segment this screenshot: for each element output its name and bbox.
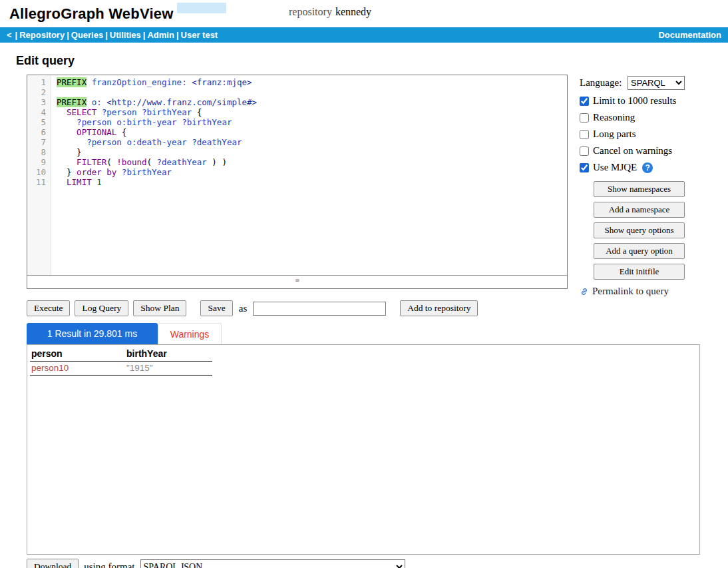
line-number: 10: [27, 167, 51, 177]
tab-results[interactable]: 1 Result in 29.801 ms: [27, 323, 158, 344]
checkbox-row-reasoning[interactable]: Reasoning: [580, 112, 685, 123]
download-row: Download using format SPARQL JSON: [27, 559, 728, 568]
nav-documentation-link[interactable]: Documentation: [658, 30, 721, 40]
main-row: 1PREFIX franzOption_engine: <franz:mjqe>…: [27, 75, 728, 297]
language-row: Language: SPARQL: [580, 76, 685, 90]
nav-back-chevron[interactable]: <: [7, 30, 12, 40]
code-line: 11 LIMIT 1: [27, 177, 567, 187]
line-number: 9: [27, 157, 51, 167]
nav-item-utilities[interactable]: Utilities: [110, 30, 141, 40]
code-line-content: LIMIT 1: [51, 177, 102, 187]
code-line: 8 }: [27, 147, 567, 157]
show-query-options-button[interactable]: Show query options: [594, 222, 685, 238]
download-button[interactable]: Download: [27, 559, 79, 568]
code-line-content: [51, 87, 57, 97]
save-name-input[interactable]: [253, 302, 386, 316]
repository-name: kennedy: [335, 6, 371, 17]
checkbox-long-parts[interactable]: [580, 130, 589, 139]
edit-initfile-button[interactable]: Edit initfile: [594, 264, 685, 280]
results-tabs: 1 Result in 29.801 ms Warnings: [27, 323, 728, 344]
editor-resize-handle[interactable]: ≡: [27, 276, 567, 288]
line-number: 5: [27, 117, 51, 127]
checkbox-use-mjqe[interactable]: [580, 163, 589, 172]
checkbox-label: Long parts: [593, 129, 636, 140]
download-format-label: using format: [84, 561, 134, 568]
nav-separator: |: [105, 30, 108, 40]
code-line: 2: [27, 87, 567, 97]
checkbox-row-limit-to-1000-results[interactable]: Limit to 1000 results: [580, 95, 685, 107]
execute-button[interactable]: Execute: [27, 300, 70, 316]
nav-separator: |: [67, 30, 69, 40]
checkbox-cancel-on-warnings[interactable]: [580, 146, 589, 156]
checkbox-row-long-parts[interactable]: Long parts: [580, 129, 685, 140]
code-line-content: SELECT ?person ?birthYear {: [51, 107, 202, 117]
nav-separator: |: [176, 30, 179, 40]
line-number: 3: [27, 97, 51, 107]
nav-separator: |: [15, 30, 18, 40]
code-line-content: PREFIX o: <http://www.franz.com/simple#>: [51, 97, 257, 107]
app-root: AllegroGraph WebView repositorykennedy <…: [0, 0, 728, 568]
checkbox-label: Use MJQE: [593, 162, 637, 173]
code-line: 5 ?person o:birth-year ?birthYear: [27, 117, 567, 127]
code-line: 3PREFIX o: <http://www.franz.com/simple#…: [27, 97, 567, 107]
nav-item-queries[interactable]: Queries: [71, 30, 103, 40]
line-number: 2: [27, 87, 51, 97]
code-area[interactable]: 1PREFIX franzOption_engine: <franz:mjqe>…: [27, 75, 567, 276]
code-line-content: }: [51, 147, 82, 157]
results-column-birthyear[interactable]: birthYear: [125, 347, 212, 362]
show-plan-button[interactable]: Show Plan: [133, 300, 186, 316]
query-editor[interactable]: 1PREFIX franzOption_engine: <franz:mjqe>…: [27, 75, 568, 289]
save-button[interactable]: Save: [200, 300, 232, 316]
checkbox-row-cancel-on-warnings[interactable]: Cancel on warnings: [580, 145, 685, 156]
code-line-content: } order by ?birthYear: [51, 167, 172, 177]
line-number: 6: [27, 127, 51, 137]
add-a-query-option-button[interactable]: Add a query option: [594, 243, 685, 259]
line-number: 4: [27, 107, 51, 117]
code-line: 9 FILTER( !bound( ?deathYear ) ): [27, 157, 567, 167]
nav-item-admin[interactable]: Admin: [147, 30, 174, 40]
checkbox-label: Limit to 1000 results: [593, 95, 676, 107]
checkbox-limit-to-1000-results[interactable]: [580, 97, 589, 106]
nav-item-user-test[interactable]: User test: [181, 30, 218, 40]
code-line: 4 SELECT ?person ?birthYear {: [27, 107, 567, 117]
save-as-label: as: [239, 303, 248, 314]
add-to-repository-button[interactable]: Add to repository: [400, 300, 478, 316]
results-table: personbirthYear person10"1915": [30, 347, 212, 376]
repository-indicator: repositorykennedy: [289, 6, 371, 18]
language-select[interactable]: SPARQL: [628, 76, 685, 90]
checkbox-label: Reasoning: [593, 112, 635, 123]
sidebar-buttons: Show namespacesAdd a namespaceShow query…: [580, 181, 685, 280]
link-icon: [580, 287, 589, 296]
code-line: 1PREFIX franzOption_engine: <franz:mjqe>: [27, 77, 567, 87]
code-line: 10 } order by ?birthYear: [27, 167, 567, 177]
code-line-content: ?person o:birth-year ?birthYear: [51, 117, 232, 127]
line-number: 8: [27, 147, 51, 157]
show-namespaces-button[interactable]: Show namespaces: [594, 181, 685, 197]
nav-left: <|Repository|Queries|Utilities|Admin|Use…: [7, 30, 218, 40]
code-line-content: PREFIX franzOption_engine: <franz:mjqe>: [51, 77, 252, 87]
permalink-label: Permalink to query: [592, 286, 669, 297]
result-literal-cell: "1915": [125, 362, 212, 376]
results-panel: personbirthYear person10"1915": [27, 344, 700, 555]
main-nav: <|Repository|Queries|Utilities|Admin|Use…: [0, 27, 728, 43]
result-resource-cell[interactable]: person10: [30, 362, 125, 376]
nav-item-repository[interactable]: Repository: [19, 30, 65, 40]
help-icon[interactable]: ?: [642, 162, 653, 173]
code-line-content: ?person o:death-year ?deathYear: [51, 137, 242, 147]
repository-label: repository: [289, 6, 332, 17]
code-line-content: FILTER( !bound( ?deathYear ) ): [51, 157, 227, 167]
checkbox-list: Limit to 1000 resultsReasoningLong parts…: [580, 95, 685, 173]
results-column-person[interactable]: person: [30, 347, 125, 362]
app-title: AllegroGraph WebView: [0, 5, 173, 23]
permalink-link[interactable]: Permalink to query: [580, 286, 685, 297]
code-line-content: OPTIONAL {: [51, 127, 126, 137]
checkbox-row-use-mjqe[interactable]: Use MJQE?: [580, 162, 685, 173]
action-bar: Execute Log Query Show Plan Save as Add …: [27, 300, 728, 316]
checkbox-reasoning[interactable]: [580, 113, 589, 123]
resize-grip-icon: ≡: [295, 277, 299, 284]
download-format-select[interactable]: SPARQL JSON: [140, 559, 405, 568]
log-query-button[interactable]: Log Query: [75, 300, 128, 316]
page-title: Edit query: [16, 54, 728, 68]
add-a-namespace-button[interactable]: Add a namespace: [594, 202, 685, 218]
tab-warnings[interactable]: Warnings: [158, 323, 222, 344]
